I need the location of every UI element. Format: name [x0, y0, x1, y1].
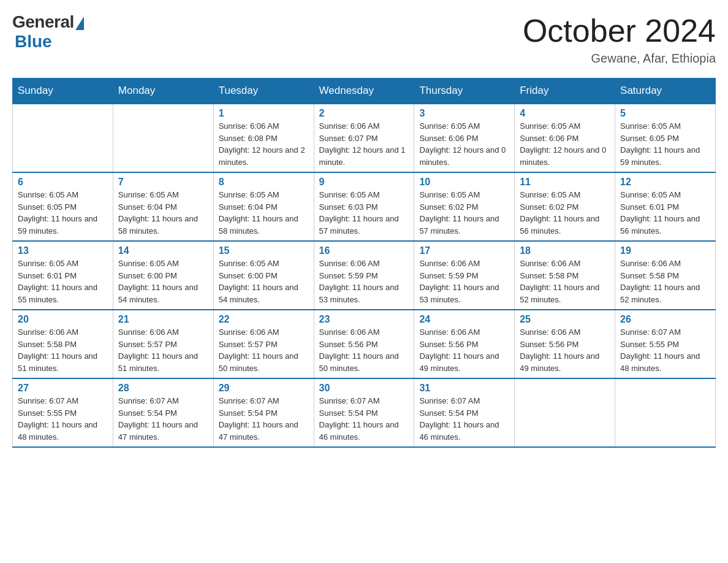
- calendar-cell: 6Sunrise: 6:05 AMSunset: 6:05 PMDaylight…: [13, 172, 113, 241]
- day-info: Sunrise: 6:06 AMSunset: 5:59 PMDaylight:…: [319, 258, 409, 305]
- day-info: Sunrise: 6:06 AMSunset: 5:56 PMDaylight:…: [319, 326, 409, 374]
- day-number: 14: [118, 245, 208, 256]
- calendar-cell: 16Sunrise: 6:06 AMSunset: 5:59 PMDayligh…: [314, 241, 414, 310]
- calendar-table: SundayMondayTuesdayWednesdayThursdayFrid…: [12, 78, 716, 448]
- day-number: 31: [419, 383, 509, 394]
- calendar-cell: 18Sunrise: 6:06 AMSunset: 5:58 PMDayligh…: [515, 241, 615, 310]
- calendar-cell: 1Sunrise: 6:06 AMSunset: 6:08 PMDaylight…: [213, 104, 314, 172]
- calendar-cell: 23Sunrise: 6:06 AMSunset: 5:56 PMDayligh…: [314, 310, 414, 378]
- calendar-cell: 11Sunrise: 6:05 AMSunset: 6:02 PMDayligh…: [515, 172, 615, 241]
- day-info: Sunrise: 6:05 AMSunset: 6:05 PMDaylight:…: [18, 189, 108, 237]
- day-info: Sunrise: 6:05 AMSunset: 6:02 PMDaylight:…: [419, 189, 509, 237]
- calendar-header-monday: Monday: [113, 79, 213, 104]
- calendar-cell: 14Sunrise: 6:05 AMSunset: 6:00 PMDayligh…: [113, 241, 213, 310]
- day-info: Sunrise: 6:05 AMSunset: 6:04 PMDaylight:…: [118, 189, 208, 237]
- day-info: Sunrise: 6:07 AMSunset: 5:54 PMDaylight:…: [219, 395, 309, 443]
- day-info: Sunrise: 6:06 AMSunset: 5:57 PMDaylight:…: [219, 326, 309, 374]
- calendar-cell: 15Sunrise: 6:05 AMSunset: 6:00 PMDayligh…: [213, 241, 314, 310]
- calendar-cell: [615, 378, 716, 447]
- day-info: Sunrise: 6:05 AMSunset: 6:03 PMDaylight:…: [319, 189, 409, 237]
- day-number: 2: [319, 108, 409, 119]
- calendar-cell: 13Sunrise: 6:05 AMSunset: 6:01 PMDayligh…: [13, 241, 113, 310]
- day-number: 10: [419, 177, 509, 188]
- day-info: Sunrise: 6:07 AMSunset: 5:54 PMDaylight:…: [319, 395, 409, 443]
- calendar-cell: 3Sunrise: 6:05 AMSunset: 6:06 PMDaylight…: [414, 104, 515, 172]
- calendar-cell: 2Sunrise: 6:06 AMSunset: 6:07 PMDaylight…: [314, 104, 414, 172]
- calendar-cell: [113, 104, 213, 172]
- calendar-cell: 20Sunrise: 6:06 AMSunset: 5:58 PMDayligh…: [13, 310, 113, 378]
- day-info: Sunrise: 6:05 AMSunset: 6:00 PMDaylight:…: [118, 258, 208, 305]
- calendar-cell: 31Sunrise: 6:07 AMSunset: 5:54 PMDayligh…: [414, 378, 515, 447]
- day-info: Sunrise: 6:06 AMSunset: 6:08 PMDaylight:…: [219, 120, 309, 168]
- calendar-cell: 10Sunrise: 6:05 AMSunset: 6:02 PMDayligh…: [414, 172, 515, 241]
- day-number: 17: [419, 245, 509, 256]
- logo-blue-text: Blue: [15, 32, 52, 52]
- calendar-cell: 30Sunrise: 6:07 AMSunset: 5:54 PMDayligh…: [314, 378, 414, 447]
- day-number: 20: [18, 314, 108, 325]
- day-info: Sunrise: 6:06 AMSunset: 5:58 PMDaylight:…: [520, 258, 610, 305]
- location-label: Gewane, Afar, Ethiopia: [523, 52, 716, 66]
- day-info: Sunrise: 6:06 AMSunset: 5:58 PMDaylight:…: [18, 326, 108, 374]
- logo-triangle-icon: [75, 17, 84, 30]
- day-number: 9: [319, 177, 409, 188]
- day-number: 24: [419, 314, 509, 325]
- day-number: 8: [219, 177, 309, 188]
- calendar-cell: 25Sunrise: 6:06 AMSunset: 5:56 PMDayligh…: [515, 310, 615, 378]
- calendar-header-row: SundayMondayTuesdayWednesdayThursdayFrid…: [13, 79, 716, 104]
- day-number: 18: [520, 245, 610, 256]
- day-number: 13: [18, 245, 108, 256]
- calendar-week-row: 6Sunrise: 6:05 AMSunset: 6:05 PMDaylight…: [13, 172, 716, 241]
- calendar-week-row: 27Sunrise: 6:07 AMSunset: 5:55 PMDayligh…: [13, 378, 716, 447]
- calendar-header-wednesday: Wednesday: [314, 79, 414, 104]
- calendar-cell: 12Sunrise: 6:05 AMSunset: 6:01 PMDayligh…: [615, 172, 716, 241]
- calendar-header-tuesday: Tuesday: [213, 79, 314, 104]
- calendar-cell: [13, 104, 113, 172]
- calendar-cell: 8Sunrise: 6:05 AMSunset: 6:04 PMDaylight…: [213, 172, 314, 241]
- logo-general-text: General: [12, 12, 74, 32]
- calendar-cell: 28Sunrise: 6:07 AMSunset: 5:54 PMDayligh…: [113, 378, 213, 447]
- day-number: 28: [118, 383, 208, 394]
- calendar-cell: 4Sunrise: 6:05 AMSunset: 6:06 PMDaylight…: [515, 104, 615, 172]
- day-number: 23: [319, 314, 409, 325]
- day-number: 26: [620, 314, 710, 325]
- day-number: 4: [520, 108, 610, 119]
- day-info: Sunrise: 6:05 AMSunset: 6:04 PMDaylight:…: [219, 189, 309, 237]
- calendar-cell: [515, 378, 615, 447]
- day-info: Sunrise: 6:06 AMSunset: 6:07 PMDaylight:…: [319, 120, 409, 168]
- day-number: 27: [18, 383, 108, 394]
- calendar-cell: 17Sunrise: 6:06 AMSunset: 5:59 PMDayligh…: [414, 241, 515, 310]
- day-number: 19: [620, 245, 710, 256]
- day-info: Sunrise: 6:06 AMSunset: 5:57 PMDaylight:…: [118, 326, 208, 374]
- day-info: Sunrise: 6:06 AMSunset: 5:56 PMDaylight:…: [520, 326, 610, 374]
- page-header: General Blue October 2024 Gewane, Afar, …: [12, 12, 716, 66]
- day-info: Sunrise: 6:06 AMSunset: 5:58 PMDaylight:…: [620, 258, 710, 305]
- logo: General Blue: [12, 12, 84, 52]
- calendar-week-row: 13Sunrise: 6:05 AMSunset: 6:01 PMDayligh…: [13, 241, 716, 310]
- calendar-cell: 27Sunrise: 6:07 AMSunset: 5:55 PMDayligh…: [13, 378, 113, 447]
- day-info: Sunrise: 6:07 AMSunset: 5:55 PMDaylight:…: [620, 326, 710, 374]
- calendar-cell: 9Sunrise: 6:05 AMSunset: 6:03 PMDaylight…: [314, 172, 414, 241]
- day-info: Sunrise: 6:05 AMSunset: 6:01 PMDaylight:…: [620, 189, 710, 237]
- calendar-header-sunday: Sunday: [13, 79, 113, 104]
- day-number: 1: [219, 108, 309, 119]
- day-number: 5: [620, 108, 710, 119]
- day-info: Sunrise: 6:05 AMSunset: 6:00 PMDaylight:…: [219, 258, 309, 305]
- calendar-week-row: 20Sunrise: 6:06 AMSunset: 5:58 PMDayligh…: [13, 310, 716, 378]
- calendar-cell: 21Sunrise: 6:06 AMSunset: 5:57 PMDayligh…: [113, 310, 213, 378]
- day-number: 3: [419, 108, 509, 119]
- day-number: 22: [219, 314, 309, 325]
- calendar-cell: 29Sunrise: 6:07 AMSunset: 5:54 PMDayligh…: [213, 378, 314, 447]
- day-info: Sunrise: 6:06 AMSunset: 5:56 PMDaylight:…: [419, 326, 509, 374]
- calendar-header-saturday: Saturday: [615, 79, 716, 104]
- month-title: October 2024: [523, 12, 716, 49]
- calendar-header-thursday: Thursday: [414, 79, 515, 104]
- day-number: 16: [319, 245, 409, 256]
- calendar-cell: 19Sunrise: 6:06 AMSunset: 5:58 PMDayligh…: [615, 241, 716, 310]
- day-info: Sunrise: 6:05 AMSunset: 6:06 PMDaylight:…: [520, 120, 610, 168]
- title-section: October 2024 Gewane, Afar, Ethiopia: [523, 12, 716, 66]
- day-info: Sunrise: 6:05 AMSunset: 6:05 PMDaylight:…: [620, 120, 710, 168]
- day-info: Sunrise: 6:07 AMSunset: 5:54 PMDaylight:…: [118, 395, 208, 443]
- day-number: 30: [319, 383, 409, 394]
- calendar-cell: 24Sunrise: 6:06 AMSunset: 5:56 PMDayligh…: [414, 310, 515, 378]
- day-number: 7: [118, 177, 208, 188]
